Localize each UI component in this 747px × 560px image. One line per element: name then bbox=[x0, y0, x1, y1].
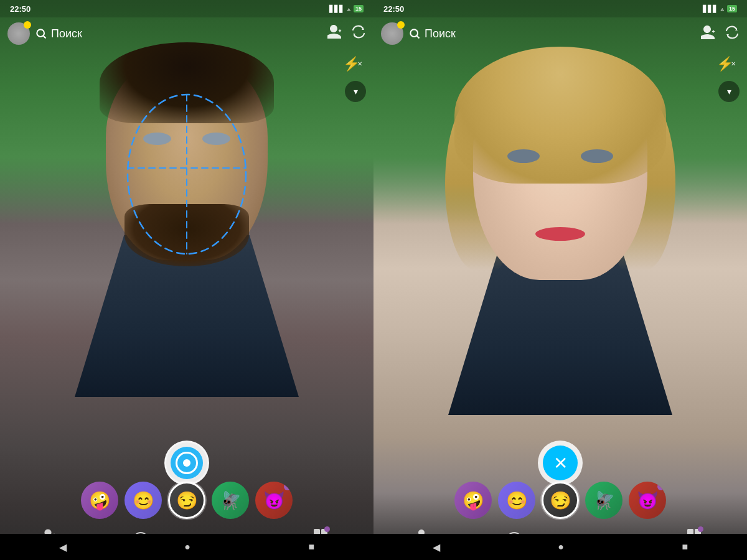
snap-refresh-icon[interactable] bbox=[351, 25, 366, 42]
right-dropdown-btn[interactable]: ▾ bbox=[718, 81, 740, 102]
right-android-recent[interactable]: ■ bbox=[682, 541, 688, 553]
left-status-icons: ▋▋▋ ⟁ 15 bbox=[329, 5, 364, 13]
android-back[interactable]: ◀ bbox=[59, 541, 67, 553]
right-panel: 22:50 ▋▋▋ ⟁ 15 Поиск bbox=[374, 0, 747, 560]
face-detection-overlay bbox=[118, 87, 255, 268]
left-filter-2[interactable]: 😊 bbox=[125, 482, 162, 519]
right-android-home[interactable]: ● bbox=[558, 541, 564, 553]
left-filter-3-emoji: 😏 bbox=[176, 490, 198, 511]
right-avatar-dot bbox=[397, 21, 405, 29]
android-recent[interactable]: ■ bbox=[309, 541, 315, 553]
wifi-icon: ⟁ bbox=[347, 5, 351, 12]
svg-line-15 bbox=[417, 36, 420, 39]
left-top-left: Поиск bbox=[7, 22, 82, 45]
discover-dot bbox=[324, 526, 330, 532]
right-android-back[interactable]: ◀ bbox=[433, 541, 440, 553]
right-filter-3-emoji: 😏 bbox=[550, 490, 571, 511]
right-search-label: Поиск bbox=[425, 27, 456, 40]
right-add-friend-icon[interactable] bbox=[701, 26, 717, 42]
left-filter-4[interactable]: 🪰 bbox=[212, 482, 249, 519]
right-search-icon bbox=[408, 27, 421, 40]
signal-icon: ▋▋▋ bbox=[329, 5, 344, 13]
right-signal-icon: ▋▋▋ bbox=[703, 5, 718, 13]
avatar-status-dot bbox=[24, 21, 31, 29]
add-friend-icon[interactable] bbox=[327, 25, 344, 42]
filter-5-dot bbox=[284, 483, 291, 490]
right-filter-2[interactable]: 😊 bbox=[498, 482, 535, 519]
battery-badge: 15 bbox=[354, 5, 364, 12]
right-flash-area[interactable]: ⚡✕ bbox=[716, 56, 738, 72]
right-flash-icon: ⚡✕ bbox=[716, 56, 738, 72]
svg-point-14 bbox=[410, 29, 418, 37]
left-time: 22:50 bbox=[10, 4, 31, 14]
left-flash-area[interactable]: ⚡✕ bbox=[343, 56, 365, 72]
left-filter-5-emoji: 😈 bbox=[263, 490, 285, 511]
right-search-bar[interactable]: Поиск bbox=[408, 27, 456, 40]
left-filter-1-emoji: 🤪 bbox=[89, 490, 111, 511]
left-android-nav: ◀ ● ■ bbox=[0, 534, 374, 560]
right-status-bar: 22:50 ▋▋▋ ⟁ 15 bbox=[374, 0, 747, 17]
right-battery-badge: 15 bbox=[727, 5, 737, 12]
right-filter-3-active[interactable]: 😏 bbox=[542, 482, 579, 519]
right-filter-1[interactable]: 🤪 bbox=[454, 482, 492, 519]
left-search-label: Поиск bbox=[51, 27, 82, 40]
right-top-left: Поиск bbox=[381, 22, 456, 45]
close-inner: ✕ bbox=[543, 446, 578, 480]
right-filter-2-emoji: 😊 bbox=[506, 490, 528, 511]
left-filter-5[interactable]: 😈 bbox=[255, 482, 293, 519]
left-filter-2-emoji: 😊 bbox=[133, 490, 154, 511]
left-filter-4-emoji: 🪰 bbox=[220, 490, 242, 511]
right-filter-bar: 🤪 😊 😏 🪰 😈 bbox=[374, 478, 747, 523]
right-filter-5[interactable]: 😈 bbox=[629, 482, 666, 519]
left-filter-3-active[interactable]: 😏 bbox=[168, 482, 205, 519]
camera-inner bbox=[171, 447, 203, 479]
left-filter-1[interactable]: 🤪 bbox=[81, 482, 118, 519]
right-wifi-icon: ⟁ bbox=[720, 5, 725, 12]
right-avatar[interactable] bbox=[381, 22, 403, 45]
right-filter-4-emoji: 🪰 bbox=[593, 490, 615, 511]
left-search-icon bbox=[35, 27, 47, 40]
right-filter-5-dot bbox=[657, 483, 665, 490]
right-android-nav: ◀ ● ■ bbox=[374, 534, 747, 560]
left-top-right bbox=[327, 25, 366, 42]
left-top-bar: Поиск bbox=[0, 17, 374, 50]
right-snap-refresh-icon[interactable] bbox=[725, 26, 740, 42]
right-filter-1-emoji: 🤪 bbox=[463, 490, 484, 511]
right-filter-5-emoji: 😈 bbox=[637, 490, 659, 511]
right-filter-4[interactable]: 🪰 bbox=[585, 482, 622, 519]
right-time: 22:50 bbox=[383, 4, 404, 14]
right-top-bar: Поиск bbox=[374, 17, 747, 50]
right-status-icons: ▋▋▋ ⟁ 15 bbox=[703, 5, 737, 13]
left-flash-icon: ⚡✕ bbox=[343, 56, 365, 72]
android-home[interactable]: ● bbox=[184, 541, 190, 553]
left-filter-bar: 🤪 😊 😏 🪰 😈 bbox=[0, 478, 374, 523]
left-dropdown-btn[interactable]: ▾ bbox=[345, 81, 366, 102]
svg-point-3 bbox=[37, 29, 44, 37]
svg-line-4 bbox=[44, 36, 46, 39]
left-status-bar: 22:50 ▋▋▋ ⟁ 15 bbox=[0, 0, 374, 17]
left-search-bar[interactable]: Поиск bbox=[35, 27, 82, 40]
left-avatar[interactable] bbox=[7, 22, 30, 45]
left-panel: 22:50 ▋▋▋ ⟁ 15 Поиск bbox=[0, 0, 374, 560]
right-dropdown-icon: ▾ bbox=[727, 86, 731, 96]
camera-ring bbox=[176, 452, 198, 474]
right-top-right bbox=[701, 26, 740, 42]
left-dropdown-icon: ▾ bbox=[354, 86, 358, 96]
camera-dot bbox=[183, 459, 190, 467]
right-discover-dot bbox=[698, 526, 703, 532]
